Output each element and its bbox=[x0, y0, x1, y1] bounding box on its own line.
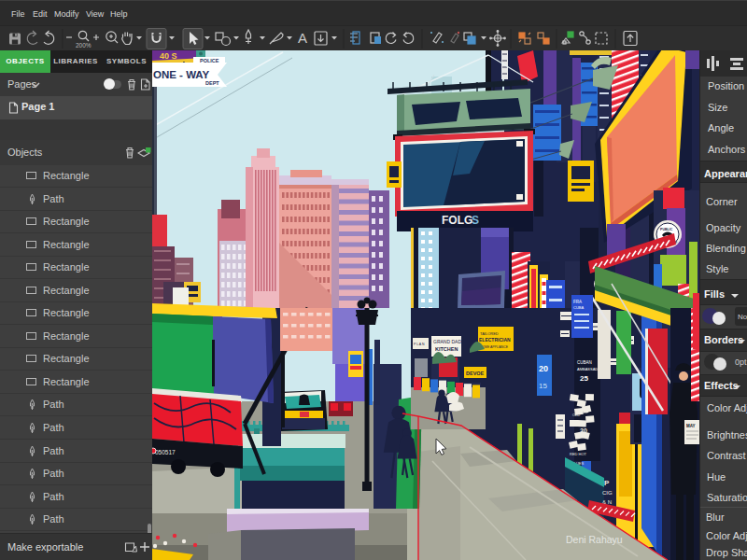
svg-text:DEVOE: DEVOE bbox=[466, 371, 485, 376]
svg-text:DEPT: DEPT bbox=[205, 80, 219, 86]
svg-text:KITCHEN: KITCHEN bbox=[435, 346, 458, 352]
svg-text:MAY: MAY bbox=[686, 424, 696, 428]
svg-text:FOLG: FOLG bbox=[442, 214, 472, 227]
svg-text:050517: 050517 bbox=[155, 449, 176, 455]
svg-text:FRA: FRA bbox=[573, 300, 582, 304]
svg-text:OLD: OLD bbox=[572, 413, 580, 417]
svg-text:POLICE: POLICE bbox=[200, 58, 219, 63]
svg-text:POR: POR bbox=[578, 420, 586, 425]
svg-text:20: 20 bbox=[539, 364, 548, 373]
svg-text:ONE - WAY: ONE - WAY bbox=[153, 69, 210, 80]
svg-text:P: P bbox=[604, 479, 610, 487]
svg-text:P L A N: P L A N bbox=[414, 343, 425, 346]
svg-text:CIG: CIG bbox=[602, 490, 613, 496]
svg-text:GRAND DAD: GRAND DAD bbox=[433, 339, 461, 344]
svg-text:AMBASSAD: AMBASSAD bbox=[577, 367, 598, 371]
svg-text:ELECTRICIAN: ELECTRICIAN bbox=[479, 337, 511, 343]
svg-text:TAILORED: TAILORED bbox=[480, 331, 499, 336]
svg-text:15: 15 bbox=[539, 382, 547, 390]
svg-text:200%: 200% bbox=[76, 42, 92, 49]
svg-text:Deni Rahayu: Deni Rahayu bbox=[566, 534, 623, 545]
svg-text:PUBLIC: PUBLIC bbox=[660, 228, 673, 231]
svg-text:CUBAN: CUBAN bbox=[577, 360, 592, 365]
svg-text:RED HOT: RED HOT bbox=[570, 452, 587, 456]
svg-text:S: S bbox=[472, 214, 479, 227]
svg-text:CUBA: CUBA bbox=[573, 305, 584, 310]
svg-text:40 S: 40 S bbox=[160, 51, 177, 61]
svg-text:20: 20 bbox=[580, 427, 587, 434]
svg-text:A: A bbox=[298, 30, 307, 46]
svg-text:25: 25 bbox=[580, 374, 588, 383]
